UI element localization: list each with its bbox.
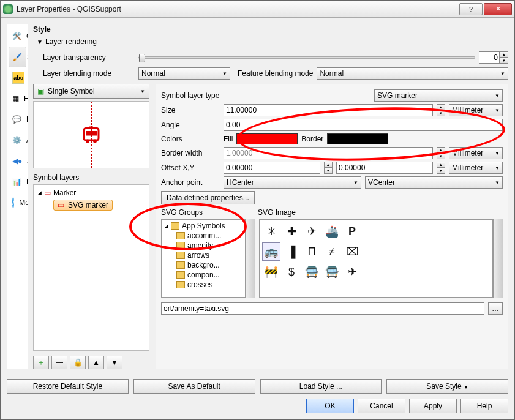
tree-root[interactable]: ◢ ▭ Marker <box>36 187 146 198</box>
anchor-v-select[interactable]: VCenter▼ <box>365 176 503 189</box>
save-default-button[interactable]: Save As Default <box>133 379 255 394</box>
sidebar-item-display[interactable]: 💬 Display <box>9 109 26 130</box>
tree-item[interactable]: amenity <box>163 241 244 250</box>
sidebar-item-diagrams[interactable]: 📊 Diagrams <box>9 171 26 192</box>
chart-icon: 📊 <box>12 176 21 188</box>
renderer-combo[interactable]: ▣ Single Symbol ▼ <box>33 84 149 99</box>
titlebar: Layer Properties - QGISSupport ? ✕ <box>1 1 514 18</box>
svg-symbol[interactable]: 🚧 <box>262 263 280 281</box>
tree-item[interactable]: ◢App Symbols <box>163 221 244 231</box>
help-button[interactable]: Help <box>460 399 508 413</box>
chevron-down-icon: ▼ <box>464 384 468 390</box>
border-width-label: Border width <box>161 149 220 157</box>
add-layer-button[interactable]: ＋ <box>33 356 49 369</box>
offset-unit-select[interactable]: Millimeter▼ <box>449 162 503 174</box>
spin-down-icon[interactable]: ▾ <box>437 110 445 116</box>
spin-up-icon[interactable]: ▴ <box>437 162 445 168</box>
fill-color-button[interactable] <box>236 133 298 144</box>
scrollbar[interactable] <box>246 219 255 298</box>
spin-up-icon[interactable]: ▴ <box>437 104 445 110</box>
svg-symbol[interactable]: ✳ <box>262 222 280 241</box>
svg-symbol[interactable] <box>363 222 382 241</box>
svg-symbol[interactable]: ✈ <box>343 263 361 281</box>
svg-symbol[interactable]: ✈ <box>303 222 321 241</box>
cancel-button[interactable]: Cancel <box>358 399 405 413</box>
svg-symbol[interactable] <box>363 263 382 281</box>
spin-up-icon[interactable]: ▴ <box>500 51 508 58</box>
help-titlebar-button[interactable]: ? <box>459 3 483 15</box>
spin-up-icon[interactable]: ▴ <box>437 147 445 153</box>
lock-layer-button[interactable]: 🔒 <box>70 356 86 369</box>
border-color-button[interactable] <box>327 133 388 144</box>
angle-input[interactable] <box>224 119 503 131</box>
svg-symbol[interactable]: P <box>343 222 361 241</box>
svg-symbol[interactable]: 🚍 <box>323 263 341 281</box>
svg-symbol[interactable]: ✚ <box>282 222 301 241</box>
save-style-button[interactable]: Save Style ▼ <box>386 379 508 394</box>
symbol-layer-type-select[interactable]: SVG marker▼ <box>374 89 503 102</box>
spin-down-icon[interactable]: ▾ <box>324 168 333 174</box>
svg-symbol[interactable] <box>363 242 382 261</box>
sidebar-item-joins[interactable]: ◀● Joins <box>9 151 26 171</box>
svg-symbol-selected[interactable]: 🚌 <box>262 242 280 261</box>
sidebar-item-labels[interactable]: abc Labels <box>9 67 26 88</box>
move-up-button[interactable]: ▲ <box>88 356 104 369</box>
load-style-button[interactable]: Load Style ... <box>260 379 382 394</box>
border-width-input[interactable] <box>224 147 433 159</box>
sidebar: 🛠️ General 🖌️ Style abc Labels ▦ Fields … <box>7 24 28 369</box>
sidebar-item-fields[interactable]: ▦ Fields <box>9 88 26 109</box>
svg-symbol[interactable]: ≠ <box>323 242 341 261</box>
spin-up-icon[interactable]: ▴ <box>324 162 333 168</box>
anchor-h-select[interactable]: HCenter▼ <box>224 176 361 189</box>
sidebar-item-actions[interactable]: ⚙️ Actions <box>9 130 26 151</box>
sidebar-item-general[interactable]: 🛠️ General <box>9 26 26 47</box>
chevron-down-icon: ▼ <box>495 165 500 171</box>
data-defined-button[interactable]: Data defined properties... <box>161 191 255 204</box>
sidebar-item-style[interactable]: 🖌️ Style <box>9 47 26 67</box>
folder-icon <box>176 261 185 269</box>
size-unit-select[interactable]: Millimeter▼ <box>449 104 503 116</box>
svg-symbol[interactable]: Π <box>303 242 321 261</box>
browse-svg-button[interactable]: … <box>488 302 503 315</box>
layer-blend-select[interactable]: Normal▼ <box>138 67 230 80</box>
tree-item[interactable]: backgro... <box>163 260 244 270</box>
svg-symbol[interactable]: 🚍 <box>303 263 321 281</box>
collapse-triangle-icon: ▼ <box>37 39 43 45</box>
tree-item[interactable]: arrows <box>163 250 244 260</box>
transparency-spin[interactable]: ▴▾ <box>479 51 508 64</box>
svg-symbol[interactable]: ⌧ <box>343 242 361 261</box>
svg-image-grid[interactable]: ✳ ✚ ✈ 🚢 P 🚌 ▐ Π ≠ ⌧ <box>259 219 493 298</box>
restore-default-button[interactable]: Restore Default Style <box>7 379 129 394</box>
renderer-label: Single Symbol <box>48 87 137 96</box>
size-input[interactable] <box>224 104 433 116</box>
transparency-slider[interactable] <box>138 56 475 59</box>
scrollbar[interactable] <box>493 219 503 298</box>
symbol-layers-tree[interactable]: ◢ ▭ Marker ▭ SVG marker <box>33 184 149 351</box>
border-width-unit-select[interactable]: Millimeter▼ <box>449 147 503 159</box>
feature-blend-select[interactable]: Normal▼ <box>317 67 508 80</box>
apply-button[interactable]: Apply <box>409 399 457 413</box>
sidebar-item-metadata[interactable]: i Metadata <box>9 192 26 213</box>
tree-item[interactable]: compon... <box>163 270 244 280</box>
tree-item[interactable]: crosses <box>163 280 244 290</box>
spin-down-icon[interactable]: ▾ <box>437 153 445 159</box>
ok-button[interactable]: OK <box>306 399 354 413</box>
layer-rendering-header[interactable]: ▼ Layer rendering <box>33 36 508 50</box>
offset-y-input[interactable] <box>336 162 433 174</box>
close-titlebar-button[interactable]: ✕ <box>484 3 512 15</box>
transparency-value[interactable] <box>479 51 500 64</box>
sidebar-item-label: Diagrams <box>26 178 28 186</box>
svg-symbol[interactable]: 🚢 <box>323 222 341 241</box>
offset-x-input[interactable] <box>224 162 320 174</box>
tree-item[interactable]: accomm... <box>163 231 244 241</box>
tree-child[interactable]: ▭ SVG marker <box>52 198 146 212</box>
svg-path-input[interactable] <box>161 302 484 315</box>
spin-down-icon[interactable]: ▾ <box>437 168 445 174</box>
move-down-button[interactable]: ▼ <box>107 356 122 369</box>
spin-down-icon[interactable]: ▾ <box>500 58 508 64</box>
svg-symbol[interactable]: $ <box>282 263 301 281</box>
svg-groups-tree[interactable]: ◢App Symbols accomm... amenity arrows ba… <box>161 219 246 298</box>
svg-symbol[interactable]: ▐ <box>282 242 301 261</box>
remove-layer-button[interactable]: — <box>51 356 67 369</box>
slider-thumb[interactable] <box>139 54 145 62</box>
